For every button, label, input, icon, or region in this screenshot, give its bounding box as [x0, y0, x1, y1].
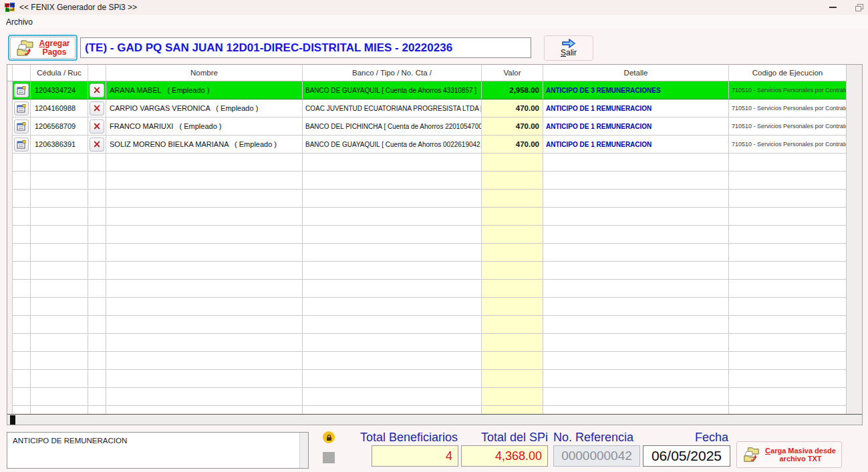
empty-cell [31, 190, 88, 208]
table-row[interactable]: 1204160988 × CARPIO VARGAS VERONICA ( Em… [7, 99, 847, 117]
delete-row-button[interactable]: × [90, 83, 104, 97]
horizontal-scrollbar-thumb[interactable] [10, 415, 15, 425]
empty-cell [88, 262, 106, 280]
lock-icon [323, 431, 335, 443]
entity-field[interactable] [80, 37, 531, 58]
vertical-scrollbar[interactable] [846, 65, 862, 415]
empty-cell [543, 244, 729, 262]
empty-cell [106, 298, 303, 316]
row-gutter [7, 298, 13, 316]
empty-table-row [7, 172, 847, 190]
empty-valor-cell [482, 334, 543, 352]
title-bar: << FENIX Generador de SPi3 >> [0, 0, 868, 15]
empty-valor-cell [482, 316, 543, 334]
row-gutter [7, 208, 13, 226]
empty-cell [543, 154, 729, 172]
detalle-cell: ANTICIPO DE 3 REMUNERACIONES [543, 81, 729, 99]
banco-cell: BANCO DE GUAYAQUIL [ Cuenta de Ahorros 0… [303, 136, 482, 154]
grid-header-row: Cédula / Ruc Nombre Banco / Tipo / No. C… [7, 65, 862, 81]
empty-cell [88, 154, 106, 172]
edit-row-button[interactable] [14, 120, 29, 134]
empty-cell [88, 190, 106, 208]
row-gutter [7, 280, 13, 298]
empty-cell [729, 244, 847, 262]
empty-cell [13, 298, 31, 316]
empty-cell [729, 226, 847, 244]
menu-archivo[interactable]: Archivo [0, 16, 39, 28]
empty-cell [729, 154, 847, 172]
row-gutter [7, 99, 13, 117]
empty-table-row [7, 298, 847, 316]
empty-cell [88, 316, 106, 334]
table-row[interactable]: 1206568709 × FRANCO MARIUXI ( Empleado )… [7, 117, 847, 136]
valor-cell: 2,958.00 [482, 81, 543, 99]
empty-table-row [7, 370, 847, 388]
empty-table-row [7, 226, 847, 244]
row-gutter [7, 190, 13, 208]
empty-cell [13, 370, 31, 388]
empty-table-row [7, 388, 847, 406]
salir-button[interactable]: Salir [544, 35, 593, 61]
delete-row-button[interactable]: × [90, 101, 104, 115]
empty-cell [31, 244, 88, 262]
header-gutter [7, 65, 13, 81]
empty-cell [31, 352, 88, 370]
agregar-pagos-button[interactable]: Agregar Pagos [8, 35, 78, 61]
row-edit-cell [13, 117, 31, 136]
delete-row-button[interactable]: × [90, 120, 104, 134]
empty-cell [729, 262, 847, 280]
empty-cell [106, 316, 303, 334]
detalle-textarea[interactable]: ANTICIPO DE REMUNERACION [7, 432, 309, 469]
row-gutter [7, 388, 13, 406]
empty-valor-cell [482, 208, 543, 226]
empty-cell [106, 280, 303, 298]
fecha-field[interactable] [643, 445, 730, 467]
nombre-cell: FRANCO MARIUXI ( Empleado ) [106, 117, 303, 136]
empty-cell [13, 226, 31, 244]
empty-cell [31, 208, 88, 226]
edit-row-button[interactable] [14, 101, 29, 115]
exit-arrow-icon [561, 39, 576, 48]
edit-form-icon [17, 104, 26, 113]
empty-valor-cell [482, 352, 543, 370]
textarea-scrollbar[interactable] [299, 433, 308, 468]
empty-cell [729, 316, 847, 334]
edit-row-button[interactable] [14, 138, 29, 152]
empty-cell [303, 226, 482, 244]
detalle-cell: ANTICIPO DE 1 REMUNERACION [543, 136, 729, 154]
empty-cell [543, 208, 729, 226]
empty-cell [303, 262, 482, 280]
empty-cell [13, 334, 31, 352]
restore-button[interactable] [846, 0, 868, 15]
folders-icon [742, 446, 761, 463]
row-gutter [7, 244, 13, 262]
empty-table-row [7, 262, 847, 280]
table-row[interactable]: 1204334724 × ARANA MABEL ( Empleado ) BA… [7, 81, 847, 99]
carga-label-line2: archivo TXT [780, 455, 822, 463]
empty-cell [543, 334, 729, 352]
cedula-cell: 1204334724 [31, 81, 88, 99]
empty-cell [31, 388, 88, 406]
header-codigo: Codigo de Ejecucion [729, 65, 847, 81]
total-beneficiarios-label: Total Beneficiarios [346, 431, 458, 445]
empty-cell [303, 298, 482, 316]
delete-x-icon: × [93, 140, 102, 150]
empty-cell [543, 280, 729, 298]
minimize-button[interactable] [819, 0, 846, 15]
header-cedula: Cédula / Ruc [31, 65, 88, 81]
nombre-cell: SOLIZ MORENO BIELKA MARIANA ( Empleado ) [106, 136, 303, 154]
empty-cell [106, 190, 303, 208]
table-row[interactable]: 1206386391 × SOLIZ MORENO BIELKA MARIANA… [7, 136, 847, 154]
row-gutter [7, 172, 13, 190]
row-gutter [7, 154, 13, 172]
horizontal-scrollbar[interactable] [7, 414, 862, 425]
nombre-cell: CARPIO VARGAS VERONICA ( Empleado ) [106, 99, 303, 117]
edit-row-button[interactable] [14, 83, 29, 97]
minimize-icon [829, 7, 837, 8]
header-banco: Banco / Tipo / No. Cta / [303, 65, 482, 81]
row-gutter [7, 262, 13, 280]
carga-label-line1: Carga Masiva desde [765, 447, 836, 455]
delete-row-button[interactable]: × [90, 138, 104, 152]
empty-cell [31, 262, 88, 280]
carga-masiva-button[interactable]: Carga Masiva desde archivo TXT [736, 441, 842, 468]
